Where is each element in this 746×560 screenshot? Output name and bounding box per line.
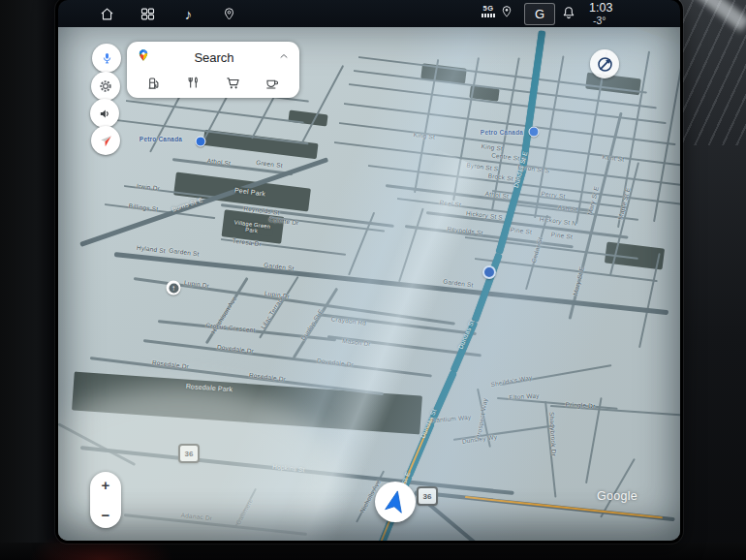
map-canvas[interactable]: Search bbox=[58, 27, 680, 541]
blue-dot-marker[interactable] bbox=[482, 265, 496, 279]
road bbox=[398, 208, 424, 283]
location-pin-icon bbox=[500, 5, 513, 22]
recenter-button[interactable] bbox=[91, 126, 120, 155]
status-bar: ♪ 5G G 1:03 -3° bbox=[58, 0, 680, 27]
street-label: Pine St bbox=[510, 226, 532, 235]
route-highlight bbox=[472, 253, 503, 323]
zoom-control: + − bbox=[90, 472, 121, 528]
chevron-up-icon[interactable] bbox=[278, 48, 290, 66]
street-label: Mason Dr bbox=[342, 337, 371, 348]
search-panel: Search bbox=[127, 42, 299, 98]
road bbox=[58, 422, 136, 466]
vehicle-position-button[interactable] bbox=[375, 482, 416, 522]
search-bar[interactable]: Search bbox=[127, 42, 299, 71]
category-shortcuts bbox=[127, 71, 299, 98]
road bbox=[149, 92, 183, 153]
park-area bbox=[72, 371, 422, 434]
google-assistant-badge[interactable]: G bbox=[524, 3, 555, 25]
fuel-icon[interactable] bbox=[141, 73, 167, 94]
signal-bars-icon bbox=[481, 14, 496, 17]
street-label: Gallimere bbox=[234, 497, 254, 525]
street-label: Sheilda's Way bbox=[490, 374, 533, 388]
mic-icon bbox=[100, 51, 114, 66]
street-label: Dunsley Wy bbox=[461, 433, 497, 445]
petro-marker[interactable] bbox=[529, 127, 540, 138]
route-shield: 36 bbox=[417, 486, 438, 506]
road bbox=[585, 397, 603, 483]
street-label: Shadybrook Dr bbox=[548, 412, 557, 456]
street-label: Craydon Rd bbox=[330, 315, 366, 326]
temperature: -3° bbox=[593, 16, 612, 27]
settings-button[interactable] bbox=[91, 72, 120, 101]
music-note-icon[interactable]: ♪ bbox=[180, 6, 197, 22]
search-input[interactable]: Search bbox=[150, 50, 278, 65]
home-icon[interactable] bbox=[99, 6, 115, 22]
zoom-out-button[interactable]: − bbox=[102, 508, 110, 522]
street-label: King St bbox=[481, 142, 503, 152]
apps-grid-icon[interactable] bbox=[140, 6, 156, 22]
compass-needle-icon bbox=[99, 134, 113, 148]
poi-label: Petro Canada bbox=[140, 136, 182, 142]
street-label: Irwin Dr bbox=[137, 182, 161, 192]
road bbox=[301, 65, 344, 142]
street-label: Ash St bbox=[557, 203, 577, 212]
google-maps-pin-icon bbox=[137, 48, 150, 66]
street-label: Pine St bbox=[550, 231, 573, 240]
street-label: Hyland St bbox=[137, 244, 167, 255]
street-label: Garden St bbox=[169, 247, 200, 258]
poi-label: Petro Canada bbox=[481, 129, 523, 136]
bell-icon[interactable] bbox=[561, 5, 576, 24]
map-pin-icon[interactable] bbox=[221, 6, 237, 22]
dashboard-right-trim bbox=[678, 0, 746, 560]
street-label: Green St bbox=[256, 159, 283, 169]
restaurant-icon[interactable] bbox=[181, 73, 206, 94]
park-area bbox=[202, 130, 318, 159]
compass-button[interactable] bbox=[590, 49, 619, 78]
street-label: Peel St bbox=[439, 199, 461, 208]
zoom-in-button[interactable]: + bbox=[102, 478, 110, 492]
road bbox=[124, 513, 307, 536]
street-label: King St bbox=[413, 131, 435, 140]
park-area bbox=[288, 110, 327, 127]
street-label: Billings St bbox=[128, 202, 158, 213]
car-dashboard: ♪ 5G G 1:03 -3° bbox=[0, 0, 746, 560]
infotainment-screen: ♪ 5G G 1:03 -3° bbox=[58, 0, 680, 541]
navigation-arrow-icon bbox=[379, 485, 412, 518]
clock-temperature: 1:03 -3° bbox=[589, 2, 612, 26]
compass-disabled-icon bbox=[596, 55, 614, 74]
mic-button[interactable] bbox=[92, 44, 121, 73]
speaker-icon bbox=[98, 107, 112, 121]
dashboard-left-trim bbox=[0, 0, 60, 560]
route-shield: 36 bbox=[178, 444, 200, 463]
network-indicator: 5G bbox=[481, 4, 496, 17]
google-watermark: Google bbox=[597, 489, 637, 503]
street-label: Kent St bbox=[602, 153, 624, 163]
poi-circle-marker[interactable] bbox=[167, 281, 181, 296]
clock: 1:03 bbox=[589, 2, 612, 16]
street-label: Dovedale Dr bbox=[317, 357, 355, 368]
shopping-cart-icon[interactable] bbox=[220, 73, 245, 94]
street-label: Elton Way bbox=[509, 391, 540, 400]
petro-marker[interactable] bbox=[196, 137, 206, 147]
road bbox=[600, 458, 636, 518]
status-bar-left: ♪ bbox=[99, 0, 237, 27]
coffee-icon[interactable] bbox=[260, 73, 285, 94]
volume-button[interactable] bbox=[90, 99, 119, 128]
gear-icon bbox=[98, 78, 113, 94]
